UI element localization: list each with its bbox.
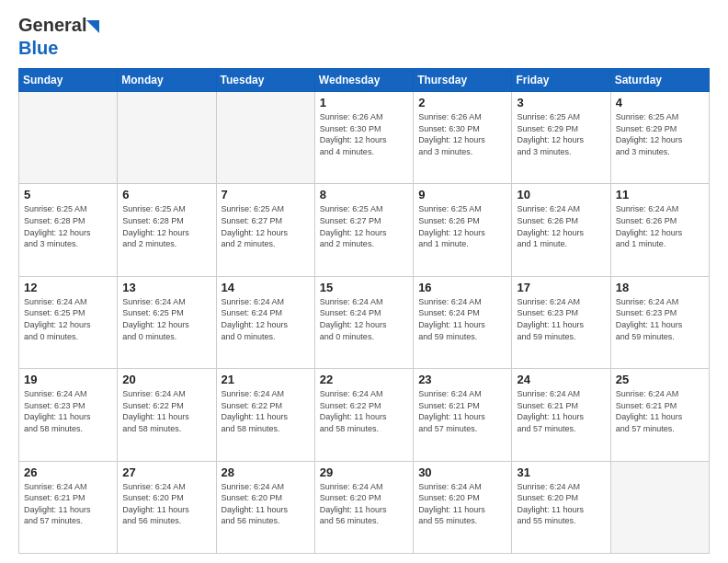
day-number: 9 (418, 188, 506, 201)
calendar-cell: 30Sunrise: 6:24 AM Sunset: 6:20 PM Dayli… (414, 461, 512, 553)
day-info: Sunrise: 6:24 AM Sunset: 6:22 PM Dayligh… (320, 388, 408, 434)
calendar-cell (216, 92, 314, 184)
day-info: Sunrise: 6:24 AM Sunset: 6:25 PM Dayligh… (122, 296, 210, 342)
calendar-cell: 26Sunrise: 6:24 AM Sunset: 6:21 PM Dayli… (19, 461, 118, 553)
day-info: Sunrise: 6:24 AM Sunset: 6:21 PM Dayligh… (418, 388, 506, 434)
calendar-cell (118, 92, 216, 184)
day-number: 4 (616, 96, 704, 109)
calendar-cell: 23Sunrise: 6:24 AM Sunset: 6:21 PM Dayli… (414, 369, 512, 461)
day-number: 3 (517, 96, 605, 109)
day-info: Sunrise: 6:25 AM Sunset: 6:27 PM Dayligh… (320, 203, 408, 249)
calendar-cell: 7Sunrise: 6:25 AM Sunset: 6:27 PM Daylig… (216, 184, 314, 276)
week-row-3: 19Sunrise: 6:24 AM Sunset: 6:23 PM Dayli… (19, 369, 710, 461)
day-number: 22 (320, 373, 408, 386)
day-number: 24 (517, 373, 605, 386)
day-number: 2 (418, 96, 506, 109)
week-row-2: 12Sunrise: 6:24 AM Sunset: 6:25 PM Dayli… (19, 276, 710, 368)
day-number: 23 (418, 373, 506, 386)
day-number: 13 (122, 281, 210, 294)
day-info: Sunrise: 6:24 AM Sunset: 6:20 PM Dayligh… (517, 481, 605, 527)
header: GeneralBlue (18, 15, 710, 59)
calendar-cell: 21Sunrise: 6:24 AM Sunset: 6:22 PM Dayli… (216, 369, 314, 461)
day-number: 31 (517, 465, 605, 479)
calendar-cell: 22Sunrise: 6:24 AM Sunset: 6:22 PM Dayli… (314, 369, 413, 461)
calendar-cell: 16Sunrise: 6:24 AM Sunset: 6:24 PM Dayli… (414, 276, 512, 368)
day-number: 1 (320, 96, 408, 109)
day-info: Sunrise: 6:24 AM Sunset: 6:24 PM Dayligh… (320, 296, 408, 342)
weekday-header-wednesday: Wednesday (314, 69, 413, 92)
calendar-cell: 20Sunrise: 6:24 AM Sunset: 6:22 PM Dayli… (118, 369, 216, 461)
calendar-cell: 3Sunrise: 6:25 AM Sunset: 6:29 PM Daylig… (512, 92, 610, 184)
day-info: Sunrise: 6:25 AM Sunset: 6:26 PM Dayligh… (418, 203, 506, 249)
day-info: Sunrise: 6:24 AM Sunset: 6:21 PM Dayligh… (517, 388, 605, 434)
logo-blue-text: Blue (18, 38, 58, 59)
day-number: 11 (616, 188, 704, 201)
day-info: Sunrise: 6:24 AM Sunset: 6:21 PM Dayligh… (24, 481, 112, 527)
calendar-cell: 11Sunrise: 6:24 AM Sunset: 6:26 PM Dayli… (610, 184, 709, 276)
day-number: 19 (24, 373, 112, 386)
day-number: 27 (122, 465, 210, 479)
day-info: Sunrise: 6:24 AM Sunset: 6:26 PM Dayligh… (517, 203, 605, 249)
day-number: 29 (320, 465, 408, 479)
calendar-cell: 31Sunrise: 6:24 AM Sunset: 6:20 PM Dayli… (512, 461, 610, 553)
page: GeneralBlue SundayMondayTuesdayWednesday… (0, 0, 728, 563)
day-info: Sunrise: 6:24 AM Sunset: 6:20 PM Dayligh… (222, 481, 310, 527)
day-info: Sunrise: 6:24 AM Sunset: 6:24 PM Dayligh… (222, 296, 310, 342)
day-number: 15 (320, 281, 408, 294)
day-info: Sunrise: 6:25 AM Sunset: 6:27 PM Dayligh… (222, 203, 310, 249)
calendar-cell: 17Sunrise: 6:24 AM Sunset: 6:23 PM Dayli… (512, 276, 610, 368)
calendar-cell: 25Sunrise: 6:24 AM Sunset: 6:21 PM Dayli… (610, 369, 709, 461)
day-info: Sunrise: 6:25 AM Sunset: 6:29 PM Dayligh… (517, 111, 605, 157)
day-info: Sunrise: 6:24 AM Sunset: 6:20 PM Dayligh… (320, 481, 408, 527)
day-info: Sunrise: 6:25 AM Sunset: 6:28 PM Dayligh… (122, 203, 210, 249)
calendar-cell: 18Sunrise: 6:24 AM Sunset: 6:23 PM Dayli… (610, 276, 709, 368)
day-number: 30 (418, 465, 506, 479)
calendar-cell: 10Sunrise: 6:24 AM Sunset: 6:26 PM Dayli… (512, 184, 610, 276)
calendar-cell: 24Sunrise: 6:24 AM Sunset: 6:21 PM Dayli… (512, 369, 610, 461)
calendar-cell: 29Sunrise: 6:24 AM Sunset: 6:20 PM Dayli… (314, 461, 413, 553)
day-info: Sunrise: 6:24 AM Sunset: 6:23 PM Dayligh… (517, 296, 605, 342)
calendar-cell: 13Sunrise: 6:24 AM Sunset: 6:25 PM Dayli… (118, 276, 216, 368)
weekday-header-thursday: Thursday (414, 69, 512, 92)
weekday-header-monday: Monday (118, 69, 216, 92)
day-info: Sunrise: 6:24 AM Sunset: 6:21 PM Dayligh… (616, 388, 704, 434)
day-number: 18 (616, 281, 704, 294)
day-number: 25 (616, 373, 704, 386)
day-number: 6 (122, 188, 210, 201)
calendar-cell (610, 461, 709, 553)
day-info: Sunrise: 6:24 AM Sunset: 6:23 PM Dayligh… (616, 296, 704, 342)
day-info: Sunrise: 6:25 AM Sunset: 6:29 PM Dayligh… (616, 111, 704, 157)
day-number: 20 (122, 373, 210, 386)
day-info: Sunrise: 6:24 AM Sunset: 6:24 PM Dayligh… (418, 296, 506, 342)
day-info: Sunrise: 6:24 AM Sunset: 6:23 PM Dayligh… (24, 388, 112, 434)
weekday-header-row: SundayMondayTuesdayWednesdayThursdayFrid… (19, 69, 710, 92)
calendar-cell: 4Sunrise: 6:25 AM Sunset: 6:29 PM Daylig… (610, 92, 709, 184)
calendar-cell: 14Sunrise: 6:24 AM Sunset: 6:24 PM Dayli… (216, 276, 314, 368)
calendar-cell: 2Sunrise: 6:26 AM Sunset: 6:30 PM Daylig… (414, 92, 512, 184)
calendar-cell (19, 92, 118, 184)
day-info: Sunrise: 6:24 AM Sunset: 6:20 PM Dayligh… (122, 481, 210, 527)
day-number: 7 (222, 188, 310, 201)
logo-general-text: General (18, 15, 86, 36)
day-number: 17 (517, 281, 605, 294)
day-info: Sunrise: 6:24 AM Sunset: 6:22 PM Dayligh… (122, 388, 210, 434)
day-number: 10 (517, 188, 605, 201)
svg-marker-0 (86, 20, 99, 33)
weekday-header-saturday: Saturday (610, 69, 709, 92)
day-info: Sunrise: 6:24 AM Sunset: 6:25 PM Dayligh… (24, 296, 112, 342)
weekday-header-tuesday: Tuesday (216, 69, 314, 92)
calendar-cell: 12Sunrise: 6:24 AM Sunset: 6:25 PM Dayli… (19, 276, 118, 368)
calendar-cell: 6Sunrise: 6:25 AM Sunset: 6:28 PM Daylig… (118, 184, 216, 276)
calendar-cell: 19Sunrise: 6:24 AM Sunset: 6:23 PM Dayli… (19, 369, 118, 461)
day-number: 21 (222, 373, 310, 386)
day-number: 28 (222, 465, 310, 479)
day-info: Sunrise: 6:26 AM Sunset: 6:30 PM Dayligh… (320, 111, 408, 157)
calendar-cell: 28Sunrise: 6:24 AM Sunset: 6:20 PM Dayli… (216, 461, 314, 553)
day-info: Sunrise: 6:25 AM Sunset: 6:28 PM Dayligh… (24, 203, 112, 249)
day-number: 14 (222, 281, 310, 294)
calendar-cell: 27Sunrise: 6:24 AM Sunset: 6:20 PM Dayli… (118, 461, 216, 553)
weekday-header-sunday: Sunday (19, 69, 118, 92)
calendar-cell: 9Sunrise: 6:25 AM Sunset: 6:26 PM Daylig… (414, 184, 512, 276)
day-number: 12 (24, 281, 112, 294)
day-number: 8 (320, 188, 408, 201)
